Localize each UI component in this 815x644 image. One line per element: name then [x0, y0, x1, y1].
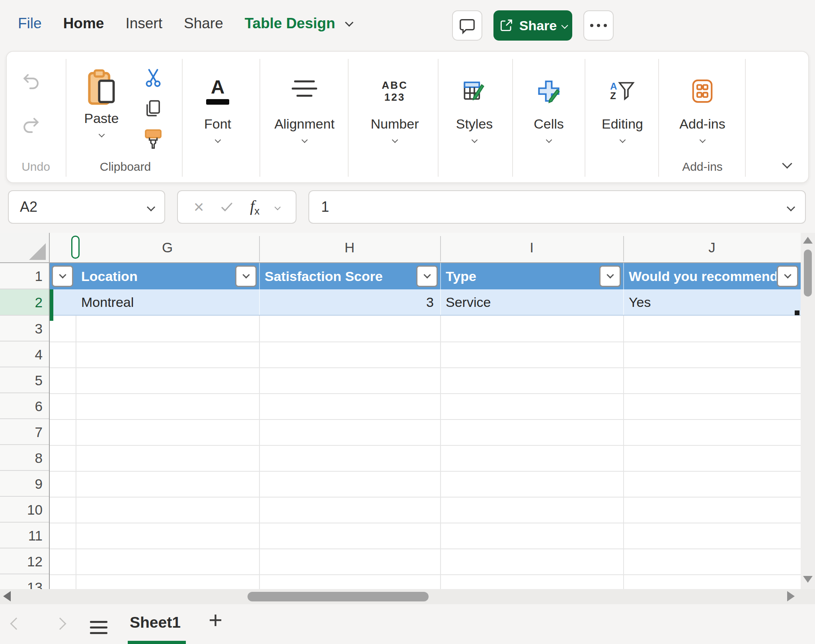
- all-sheets-menu-button[interactable]: [90, 621, 107, 638]
- column-header-G[interactable]: G: [76, 233, 259, 262]
- chevron-down-icon: [214, 137, 221, 143]
- horizontal-scrollbar[interactable]: [0, 589, 815, 604]
- comments-button[interactable]: [452, 10, 482, 41]
- table-header-g: Location: [81, 263, 235, 289]
- redo-button[interactable]: [20, 115, 42, 138]
- ribbon-divider: [348, 59, 349, 177]
- cut-button[interactable]: [142, 66, 164, 90]
- row-header-4[interactable]: 4: [0, 342, 49, 367]
- alignment-icon: [292, 68, 317, 115]
- filter-button-j[interactable]: [777, 265, 798, 287]
- add-sheet-button[interactable]: +: [209, 608, 222, 632]
- scroll-left-arrow-icon[interactable]: [3, 591, 11, 601]
- insert-function-button[interactable]: fx: [250, 197, 259, 217]
- ribbon-divider: [585, 59, 585, 177]
- paste-label: Paste: [84, 109, 119, 127]
- spreadsheet-grid[interactable]: GHIJLocationMontrealSatisfaction Score3T…: [0, 233, 815, 589]
- row-header-13[interactable]: 13: [0, 574, 49, 589]
- column-header-I[interactable]: I: [440, 233, 623, 262]
- copy-button[interactable]: [143, 98, 164, 120]
- row-header-6[interactable]: 6: [0, 393, 49, 419]
- vertical-scrollbar-thumb[interactable]: [804, 250, 812, 297]
- filter-button-i[interactable]: [599, 265, 621, 287]
- share-button[interactable]: Share: [493, 10, 572, 41]
- cancel-entry-button[interactable]: ×: [194, 199, 204, 215]
- cell-h2[interactable]: 3: [265, 289, 434, 315]
- ribbon-divider: [658, 59, 659, 177]
- filter-button-a[interactable]: [52, 265, 73, 287]
- undo-icon: [20, 71, 42, 92]
- number-format-icon: ABC 123: [382, 68, 408, 115]
- cells-group-label: Cells: [534, 115, 564, 133]
- formula-bar-input[interactable]: 1: [308, 190, 806, 224]
- filter-button-h[interactable]: [416, 265, 438, 287]
- share-icon: [499, 18, 514, 33]
- vertical-scrollbar[interactable]: [801, 233, 815, 589]
- font-group-button[interactable]: A Font: [184, 68, 252, 142]
- number-group-button[interactable]: ABC 123 Number: [361, 68, 429, 142]
- row-header-2[interactable]: 2: [0, 289, 49, 316]
- row-header-8[interactable]: 8: [0, 445, 49, 471]
- ribbon-divider: [512, 59, 513, 177]
- undo-button[interactable]: [20, 71, 42, 94]
- cell-g2[interactable]: Montreal: [81, 289, 253, 315]
- gridline-vertical: [440, 316, 441, 589]
- filter-button-g[interactable]: [235, 265, 257, 287]
- format-painter-button[interactable]: [142, 128, 164, 154]
- styles-group-button[interactable]: Styles: [441, 68, 508, 142]
- editing-group-button[interactable]: AZ Editing: [589, 68, 656, 142]
- cell-j2[interactable]: Yes: [629, 289, 794, 315]
- scissors-icon: [142, 66, 164, 88]
- row-header-1[interactable]: 1: [0, 263, 49, 289]
- menu-tab-home[interactable]: Home: [63, 15, 104, 32]
- previous-sheet-chevron[interactable]: [10, 617, 22, 630]
- ellipsis-icon: [590, 24, 607, 27]
- undo-group-label: Undo: [10, 160, 62, 174]
- cell-i2[interactable]: Service: [446, 289, 617, 315]
- top-right-buttons: Share: [452, 10, 614, 41]
- paste-button[interactable]: Paste: [70, 68, 133, 137]
- row-header-11[interactable]: 11: [0, 523, 49, 548]
- share-button-label: Share: [519, 18, 557, 33]
- menu-tab-insert[interactable]: Insert: [125, 15, 162, 32]
- menu-tab-file[interactable]: File: [18, 15, 42, 32]
- row-header-10[interactable]: 10: [0, 497, 49, 523]
- insert-cells-icon: [536, 68, 562, 115]
- row-header-5[interactable]: 5: [0, 367, 49, 393]
- select-all-corner[interactable]: [0, 233, 50, 263]
- cells-group-button[interactable]: Cells: [515, 68, 583, 142]
- table-header-i: Type: [446, 263, 599, 289]
- row-header-12[interactable]: 12: [0, 548, 49, 574]
- styles-group-label: Styles: [456, 115, 493, 133]
- more-options-button[interactable]: [583, 10, 614, 41]
- menu-tab-table-design[interactable]: Table Design: [245, 15, 353, 32]
- gridline-horizontal: [50, 445, 801, 446]
- confirm-entry-button[interactable]: [220, 200, 234, 214]
- table-styles-icon: [462, 68, 487, 115]
- scroll-up-arrow-icon[interactable]: [803, 237, 813, 244]
- next-sheet-chevron[interactable]: [54, 617, 66, 630]
- column-header-J[interactable]: J: [623, 233, 801, 262]
- paste-clipboard-icon: [85, 68, 118, 109]
- scroll-down-arrow-icon[interactable]: [803, 576, 813, 583]
- active-sheet-underline: [128, 641, 186, 644]
- name-box[interactable]: A2: [8, 190, 165, 224]
- add-ins-button[interactable]: Add-ins: [669, 68, 736, 142]
- sheet-tab-sheet1[interactable]: Sheet1: [130, 614, 181, 631]
- alignment-group-button[interactable]: Alignment: [271, 68, 338, 142]
- row-header-9[interactable]: 9: [0, 471, 49, 497]
- ribbon-divider: [182, 59, 183, 177]
- number-group-label: Number: [371, 115, 419, 133]
- menu-tab-share[interactable]: Share: [184, 15, 223, 32]
- sheet-tab-bar: Sheet1 +: [0, 604, 815, 644]
- gridline-vertical: [623, 316, 624, 589]
- column-header-H[interactable]: H: [259, 233, 440, 262]
- horizontal-scrollbar-thumb[interactable]: [248, 592, 429, 601]
- scroll-right-arrow-icon[interactable]: [787, 591, 795, 601]
- row-header-3[interactable]: 3: [0, 316, 49, 342]
- table-resize-handle[interactable]: [795, 310, 799, 315]
- row-header-7[interactable]: 7: [0, 419, 49, 445]
- chevron-down-icon: [699, 137, 706, 143]
- expand-formula-bar-chevron[interactable]: [787, 203, 795, 211]
- collapse-ribbon-chevron[interactable]: [782, 158, 792, 168]
